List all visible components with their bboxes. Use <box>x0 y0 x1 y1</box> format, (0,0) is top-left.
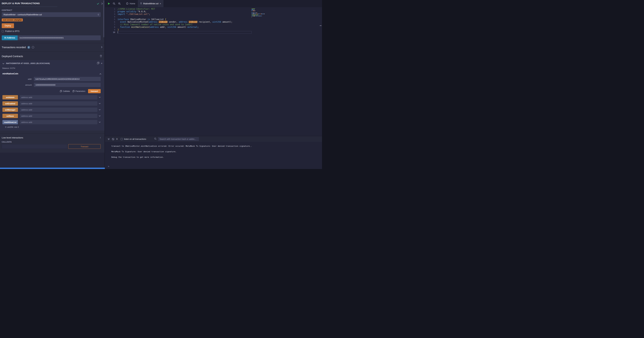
terminal-search-input[interactable] <box>158 137 199 141</box>
solidity-file-icon <box>140 2 142 5</box>
zoom-out-icon[interactable] <box>113 2 116 5</box>
editor-gutter: 12345678910 <box>105 8 115 34</box>
function-row: setEnabled <box>2 101 101 106</box>
function-button-setEnabled[interactable]: setEnabled <box>2 101 18 106</box>
parameters-link-label: Parameters <box>76 90 85 92</box>
terminal-toolbar: 0 listen on all transactions <box>105 136 322 142</box>
terminal-log-line: MetaMask Tx Signature: User denied trans… <box>111 149 318 154</box>
code-line[interactable]: function mintNativeCoin(address addr, ui… <box>118 26 252 28</box>
low-level-heading: Low level interactions <box>2 136 23 139</box>
line-number: 2 <box>105 10 115 13</box>
contract-select[interactable]: INativeMinter - contracts/INativeMinter.… <box>2 12 101 17</box>
tab-inativeminter[interactable]: INativeMinter.sol × <box>138 0 164 7</box>
close-tab-icon[interactable]: × <box>160 2 161 5</box>
transactions-recorded-label: Transactions recorded <box>2 46 26 49</box>
panel-title: DEPLOY & RUN TRANSACTIONS <box>2 2 57 7</box>
main-area: Home INativeMinter.sol × 12345678910 //S… <box>105 0 322 169</box>
chevron-down-icon[interactable] <box>99 97 101 98</box>
chevron-down-icon[interactable] <box>99 122 101 123</box>
code-line[interactable]: import "./IAllowList.sol"; <box>118 13 252 16</box>
param-amount-input[interactable] <box>34 83 101 87</box>
editor-tabbar: Home INativeMinter.sol × <box>105 0 322 7</box>
open-function-name: mintNativeCoin <box>2 72 18 75</box>
zoom-in-icon[interactable] <box>118 2 121 5</box>
chevron-down-icon[interactable] <box>99 103 101 104</box>
code-line[interactable] <box>118 31 252 34</box>
plugin-pane: DEPLOY & RUN TRANSACTIONS CONTRACT INati… <box>0 0 104 152</box>
function-button-setManager[interactable]: setManager <box>2 108 18 112</box>
check-icon <box>97 2 99 5</box>
code-line[interactable]: interface INativeMinter is IAllowList { <box>118 18 252 21</box>
transact-button[interactable]: transact <box>88 89 101 93</box>
tab-home[interactable]: Home <box>124 0 138 7</box>
calldata-label: CALLDATA <box>2 141 101 143</box>
clear-console-icon[interactable] <box>112 138 114 140</box>
function-row: setNone <box>2 114 101 118</box>
editor-minimap[interactable] <box>252 8 265 18</box>
line-number: 6 <box>105 21 115 23</box>
code-editor[interactable]: 12345678910 //SPDX-License-Identifier: M… <box>105 7 322 136</box>
trash-icon[interactable] <box>100 55 102 58</box>
collapse-chevron-icon[interactable] <box>2 62 4 65</box>
chevron-up-icon[interactable] <box>100 72 101 75</box>
terminal-log-line: Debug the transaction to get more inform… <box>111 154 318 160</box>
function-row: setAdmin <box>2 95 101 100</box>
deploy-button[interactable]: Deploy <box>2 23 14 28</box>
panel-scrollbar[interactable] <box>103 0 104 37</box>
deployed-contracts-heading: Deployed Contracts <box>2 55 23 58</box>
line-number: 3 <box>105 13 115 16</box>
function-arg-input[interactable] <box>20 101 98 106</box>
code-line[interactable] <box>118 16 252 18</box>
code-line[interactable]: pragma solidity ^0.8.0; <box>118 10 252 13</box>
publish-ipfs-checkbox[interactable] <box>2 30 4 32</box>
deploy-run-panel: DEPLOY & RUN TRANSACTIONS CONTRACT INati… <box>0 0 105 169</box>
function-row: readAllowList <box>2 120 101 124</box>
listen-all-checkbox[interactable] <box>121 138 123 140</box>
function-button-setAdmin[interactable]: setAdmin <box>2 95 18 100</box>
function-button-readAllowList[interactable]: readAllowList <box>2 120 18 124</box>
function-arg-input[interactable] <box>20 114 98 118</box>
run-script-play-button[interactable] <box>108 2 110 5</box>
bottom-status-bar <box>0 168 105 169</box>
panel-header: DEPLOY & RUN TRANSACTIONS <box>0 2 104 7</box>
code-line[interactable]: event NativeCoinMinted(address indexed s… <box>118 21 252 23</box>
function-arg-input[interactable] <box>20 120 98 124</box>
editor-scrollbar-marker[interactable] <box>320 26 322 26</box>
function-row: setManager <box>2 108 101 112</box>
code-line[interactable]: // Mint [amount] number of native coins … <box>118 23 252 26</box>
copy-icon[interactable] <box>97 62 99 65</box>
code-line[interactable]: //SPDX-License-Identifier: MIT <box>118 8 252 10</box>
deployed-contract-title: INATIVEMINTER AT 0X020...00001 (BLOCKCHA… <box>6 62 95 64</box>
listen-all-label: listen on all transactions <box>124 138 146 140</box>
collapse-terminal-icon[interactable] <box>108 138 110 140</box>
terminal-logs: transact to INativeMinter.mintNativeCoin… <box>105 142 322 160</box>
param-addr-input[interactable] <box>34 77 101 81</box>
line-number: 5 <box>105 18 115 21</box>
chevron-down-icon[interactable] <box>99 109 101 110</box>
line-number: 4 <box>105 16 115 18</box>
copy-parameters-button[interactable]: Parameters <box>72 90 85 92</box>
terminal-panel: 0 listen on all transactions transact to… <box>105 136 322 169</box>
line-number: 9 <box>105 28 115 31</box>
calldata-input[interactable] <box>2 144 67 149</box>
param-row: addr: <box>0 77 101 81</box>
close-icon[interactable]: × <box>101 62 102 64</box>
chevron-down-icon[interactable] <box>99 115 101 116</box>
chevron-right-icon[interactable] <box>101 2 103 5</box>
at-address-button[interactable]: At Address <box>2 36 18 40</box>
balance-text: Balance: 0 ETH <box>0 65 104 69</box>
contract-label: CONTRACT <box>2 9 101 11</box>
function-arg-input[interactable] <box>20 108 98 112</box>
low-level-transact-button[interactable]: Transact <box>68 144 101 149</box>
code-line[interactable]: } <box>118 28 252 31</box>
function-button-setNone[interactable]: setNone <box>2 114 18 118</box>
copy-calldata-button[interactable]: Calldata <box>60 90 70 92</box>
terminal-prompt[interactable]: > <box>108 165 109 168</box>
transactions-recorded-row[interactable]: Transactions recorded 2 i <box>0 43 104 49</box>
param-row: amount: <box>0 83 101 87</box>
at-address-input[interactable] <box>18 36 101 40</box>
chevron-right-icon[interactable] <box>101 46 102 49</box>
search-icon <box>154 138 156 141</box>
function-arg-input[interactable] <box>20 95 98 100</box>
deployed-contract-card: INATIVEMINTER AT 0X020...00001 (BLOCKCHA… <box>0 60 104 130</box>
